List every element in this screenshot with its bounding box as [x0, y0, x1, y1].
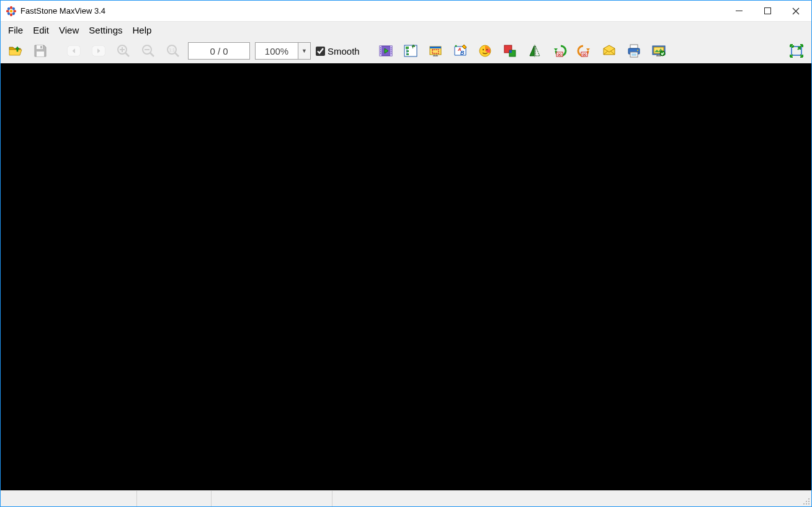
svg-text:90: 90 — [582, 53, 586, 56]
status-panel-1 — [137, 491, 212, 506]
svg-text:B: B — [460, 50, 465, 56]
zoom-out-icon — [141, 43, 156, 58]
svg-point-33 — [483, 49, 484, 50]
draw-board-icon: A B — [453, 43, 468, 58]
rotate-left-icon: 90 — [552, 43, 567, 58]
open-button[interactable] — [6, 41, 25, 61]
maximize-button[interactable] — [753, 1, 782, 21]
next-icon — [91, 43, 106, 58]
email-icon — [602, 43, 617, 58]
open-folder-icon — [8, 43, 23, 58]
menu-file[interactable]: File — [3, 23, 28, 37]
slideshow-button[interactable] — [376, 41, 396, 61]
wallpaper-icon — [651, 43, 666, 58]
menu-edit[interactable]: Edit — [28, 23, 54, 37]
draw-button[interactable]: A B — [450, 41, 470, 61]
previous-button — [64, 41, 84, 61]
rotate-left-button[interactable]: 90 — [550, 41, 569, 61]
print-icon — [627, 43, 641, 58]
save-icon — [33, 43, 48, 58]
actual-size-icon: 1:1 — [166, 43, 181, 58]
actual-size-button: 1:1 — [163, 41, 183, 61]
app-icon — [6, 6, 17, 17]
svg-text:90: 90 — [557, 53, 561, 56]
colors-icon — [478, 43, 493, 58]
resize-grip-icon[interactable] — [800, 491, 811, 506]
svg-rect-12 — [40, 46, 42, 48]
previous-icon — [66, 43, 81, 58]
svg-point-3 — [6, 9, 9, 12]
wallpaper-button[interactable] — [649, 41, 669, 61]
smooth-toggle[interactable]: Smooth — [316, 46, 360, 56]
svg-point-54 — [806, 503, 807, 505]
svg-point-0 — [10, 9, 13, 12]
svg-rect-11 — [37, 52, 44, 56]
slideshow-icon — [378, 43, 393, 58]
svg-text:1:1: 1:1 — [169, 48, 175, 52]
fullscreen-icon — [789, 43, 804, 58]
svg-rect-42 — [630, 45, 638, 48]
flip-icon — [527, 43, 542, 58]
image-viewport[interactable] — [1, 63, 811, 490]
zoom-in-button — [114, 41, 133, 61]
rotate-right-icon: 90 — [577, 43, 592, 58]
svg-rect-37 — [509, 50, 512, 53]
svg-point-2 — [10, 13, 12, 16]
menu-bar: File Edit View Settings Help — [1, 21, 811, 38]
svg-point-31 — [455, 45, 457, 47]
svg-point-45 — [637, 50, 638, 51]
zoom-input[interactable]: 100% — [255, 42, 298, 60]
save-button — [30, 41, 50, 61]
title-bar: FastStone MaxView 3.4 — [1, 1, 811, 21]
svg-point-4 — [13, 9, 16, 12]
window-title: FastStone MaxView 3.4 — [20, 6, 105, 16]
zoom-in-icon — [116, 43, 131, 58]
status-panel-0 — [1, 491, 137, 506]
smooth-label: Smooth — [328, 46, 360, 56]
close-button[interactable] — [782, 1, 810, 21]
colors-button[interactable] — [475, 41, 495, 61]
menu-help[interactable]: Help — [127, 23, 156, 37]
status-panel-2 — [212, 491, 332, 506]
smooth-checkbox[interactable] — [316, 47, 325, 56]
svg-rect-23 — [406, 47, 409, 49]
next-button — [89, 41, 109, 61]
svg-point-53 — [803, 503, 805, 505]
svg-point-55 — [808, 503, 810, 505]
svg-point-1 — [10, 6, 12, 9]
svg-rect-44 — [630, 52, 638, 57]
zoom-dropdown[interactable]: ▼ — [298, 42, 311, 60]
print-button[interactable] — [624, 41, 644, 61]
svg-point-50 — [808, 498, 810, 500]
svg-point-34 — [486, 49, 488, 50]
rotate-right-button[interactable]: 90 — [574, 41, 594, 61]
page-counter[interactable]: 0 / 0 — [188, 42, 250, 60]
resize-icon — [502, 43, 517, 58]
email-button[interactable] — [599, 41, 619, 61]
svg-rect-27 — [430, 47, 441, 48]
menu-view[interactable]: View — [54, 23, 84, 37]
toolbar: 1:1 0 / 0 100% ▼ Smooth — [1, 38, 811, 63]
fullscreen-button[interactable] — [787, 41, 806, 61]
tree-button[interactable] — [401, 41, 421, 61]
status-bar — [1, 490, 811, 506]
svg-point-51 — [806, 501, 807, 502]
svg-point-52 — [808, 501, 810, 502]
svg-rect-9 — [764, 8, 770, 14]
screenshot-button[interactable] — [426, 41, 445, 61]
minimize-button[interactable] — [725, 1, 753, 21]
flip-button[interactable] — [525, 41, 545, 61]
zoom-out-button — [138, 41, 158, 61]
tree-icon — [403, 43, 418, 58]
screenshot-icon — [428, 43, 443, 58]
menu-settings[interactable]: Settings — [84, 23, 127, 37]
resize-button[interactable] — [500, 41, 520, 61]
